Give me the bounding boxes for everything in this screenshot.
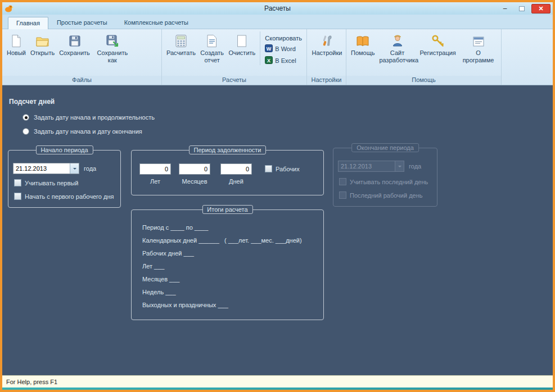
ribbon-group-settings: Настройки Настройки [307,29,346,85]
ribbon-filler [502,29,553,85]
radio-start-and-end-date-label: Задать дату начала и дату окончания [34,128,142,135]
save-button-label: Сохранить [59,49,90,57]
checkbox-last-workday [339,192,346,199]
developer-site-button[interactable]: Сайт разработчика [377,31,418,63]
save-button[interactable]: Сохранить [57,31,92,57]
save-as-button[interactable]: Сохранить как [92,31,133,63]
statusbar-text: For Help, press F1 [6,379,57,385]
help-button[interactable]: Помощь [349,31,377,57]
key-icon [431,33,445,48]
copy-section: Скопировать W В Word [260,31,305,65]
months-input[interactable] [179,163,210,175]
calculate-button-label: Расчитать [166,49,196,57]
radio-start-and-end-date[interactable] [22,128,29,135]
result-line-weekends: Выходных и праздничных ___ [142,299,318,312]
groupbox-debt-period-title: Период задолженности [189,145,267,154]
ribbon-tabstrip: Главная Простые расчеты Комплексные расч… [2,15,553,29]
registration-button[interactable]: Регистрация [418,31,458,57]
copy-to-word-button[interactable]: W В Word [265,44,295,53]
checkbox-count-first-day[interactable] [14,179,21,186]
settings-button[interactable]: Настройки [310,31,345,57]
close-button[interactable]: ✕ [531,4,551,13]
ribbon-group-calculations-label: Расчеты [162,76,306,85]
open-folder-icon [35,33,49,48]
ribbon-group-calculations: Расчитать Создать отчет [162,29,307,85]
new-button[interactable]: Новый [4,31,28,57]
result-line-weeks: Недель ___ [142,286,318,299]
tab-simple-calculations[interactable]: Простые расчеты [48,16,116,29]
tools-icon [321,33,334,48]
start-date-dropdown-icon[interactable] [70,163,79,174]
report-icon [206,33,218,48]
years-input[interactable] [139,163,171,175]
minimize-button[interactable]: – [498,4,512,13]
ribbon-group-files-label: Файлы [2,76,161,85]
excel-icon: X [265,56,273,65]
create-report-button[interactable]: Создать отчет [198,31,227,63]
clear-button[interactable]: Очистить [226,31,258,57]
result-line-workdays: Рабочих дней ___ [142,247,318,260]
radio-start-and-duration[interactable] [22,114,29,121]
ribbon-group-settings-label: Настройки [307,76,346,85]
end-date-picker [338,161,404,172]
end-year-suffix: года [409,163,421,170]
calculate-button[interactable]: Расчитать [164,31,198,57]
clear-page-icon [236,33,248,48]
save-as-icon [106,33,119,48]
ribbon: Новый Открыть [2,29,553,85]
result-line-years: Лет ___ [142,260,318,273]
checkbox-workdays[interactable] [265,165,272,172]
about-button-label: О программе [461,49,497,63]
days-input[interactable] [220,163,252,175]
clear-button-label: Очистить [228,49,255,57]
months-label: Месяцев [179,178,210,185]
ribbon-group-files: Новый Открыть [2,29,162,85]
checkbox-start-first-workday[interactable] [14,193,21,200]
main-panel: Подсчет дней Задать дату начала и продол… [2,85,553,375]
statusbar: For Help, press F1 [2,375,553,388]
new-button-label: Новый [7,49,26,57]
groupbox-results: Итоги расчета Период с ____ по ____ Кале… [131,209,324,320]
copy-to-excel-label: В Excel [275,57,296,64]
results-lines: Период с ____ по ____ Календарных дней _… [142,221,318,312]
maximize-button[interactable] [515,4,529,13]
page-title: Подсчет дней [9,98,55,106]
end-date-input [339,161,395,171]
groupbox-end-period-title: Окончание периода [351,143,419,152]
tab-home[interactable]: Главная [8,17,48,29]
window-title: Расчеты [2,4,553,12]
checkbox-count-first-day-label: Учитывать первый [25,180,78,186]
create-report-button-label: Создать отчет [200,49,224,63]
start-date-input[interactable] [13,163,70,174]
groupbox-debt-period: Период задолженности Лет Месяцев Дней Ра… [131,150,324,195]
result-line-period: Период с ____ по ____ [142,221,318,234]
checkbox-start-first-workday-label: Начать с первого рабочего дня [25,193,114,200]
settings-button-label: Настройки [312,49,342,57]
titlebar: Расчеты – ✕ [2,2,553,15]
result-line-calendar-days: Календарных дней ______ ( ___лет. ___мес… [142,234,318,247]
copy-to-excel-button[interactable]: X В Excel [265,56,296,65]
open-button-label: Открыть [30,49,55,57]
maximize-icon [519,6,525,11]
close-icon: ✕ [538,6,543,12]
calculator-icon [175,33,187,48]
end-date-dropdown-icon [395,161,404,171]
checkbox-count-last-day [339,178,346,185]
days-label: Дней [220,178,252,185]
ribbon-group-help: Помощь Сайт разработчика [346,29,502,85]
tab-complex-calculations[interactable]: Комплексные расчеты [116,16,197,29]
radio-start-and-duration-label: Задать дату начала и продолжительность [34,114,155,121]
new-document-icon [10,33,22,48]
about-window-icon [472,33,485,48]
groupbox-end-period: Окончание периода года Учитывать последн… [333,148,437,207]
ribbon-group-help-label: Помощь [346,76,501,85]
svg-text:W: W [267,46,272,52]
start-year-suffix: года [84,165,96,172]
checkbox-last-workday-label: Последний рабочий день [350,192,423,199]
years-label: Лет [139,178,171,185]
copy-button[interactable]: Скопировать [265,35,302,42]
open-button[interactable]: Открыть [28,31,57,57]
help-button-label: Помощь [351,49,375,57]
start-date-picker[interactable] [13,163,79,174]
about-button[interactable]: О программе [458,31,499,63]
